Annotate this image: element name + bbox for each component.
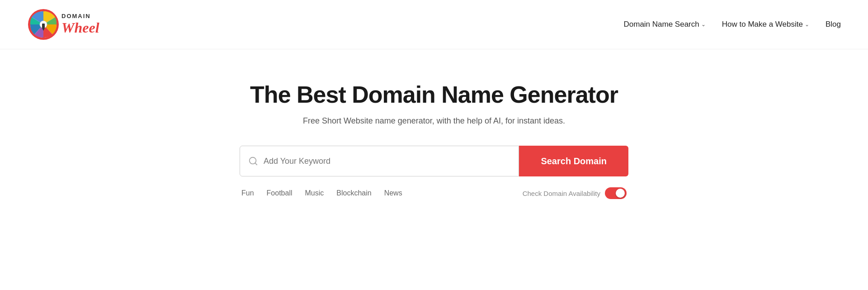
toggle-knob — [616, 189, 625, 198]
search-input[interactable] — [264, 157, 510, 166]
header: DOMAIN Wheel Domain Name Search ⌄ How to… — [0, 0, 868, 49]
tag-news[interactable]: News — [384, 189, 402, 197]
tag-music[interactable]: Music — [305, 189, 324, 197]
logo-text: DOMAIN Wheel — [61, 13, 99, 35]
main-nav: Domain Name Search ⌄ How to Make a Websi… — [624, 20, 841, 29]
search-icon — [248, 156, 258, 166]
check-availability-area: Check Domain Availability — [523, 187, 627, 199]
search-input-wrapper — [240, 146, 519, 176]
tag-football[interactable]: Football — [267, 189, 292, 197]
check-availability-label: Check Domain Availability — [523, 190, 600, 197]
nav-how-to-make[interactable]: How to Make a Website ⌄ — [722, 20, 809, 29]
logo[interactable]: DOMAIN Wheel — [27, 8, 99, 41]
tags-list: Fun Football Music Blockchain News — [241, 189, 402, 197]
search-container: Search Domain — [240, 146, 628, 176]
hero-title: The Best Domain Name Generator — [250, 81, 618, 108]
hero-subtitle: Free Short Website name generator, with … — [303, 116, 565, 126]
svg-rect-3 — [42, 24, 45, 28]
svg-line-6 — [255, 163, 257, 165]
chevron-down-icon: ⌄ — [701, 21, 706, 28]
nav-domain-name-search[interactable]: Domain Name Search ⌄ — [624, 20, 706, 29]
check-availability-toggle[interactable] — [605, 187, 627, 199]
tag-blockchain[interactable]: Blockchain — [336, 189, 371, 197]
logo-wheel-label: Wheel — [61, 20, 99, 36]
logo-domain-label: DOMAIN — [61, 13, 99, 19]
tag-fun[interactable]: Fun — [241, 189, 254, 197]
logo-wheel-icon — [27, 8, 60, 41]
search-domain-button[interactable]: Search Domain — [519, 146, 628, 176]
hero-content: The Best Domain Name Generator Free Shor… — [0, 49, 868, 217]
hero-section: The Best Domain Name Generator Free Shor… — [0, 49, 868, 217]
chevron-down-icon: ⌄ — [805, 21, 809, 28]
tags-row: Fun Football Music Blockchain News Check… — [240, 187, 628, 199]
nav-blog[interactable]: Blog — [826, 20, 841, 29]
